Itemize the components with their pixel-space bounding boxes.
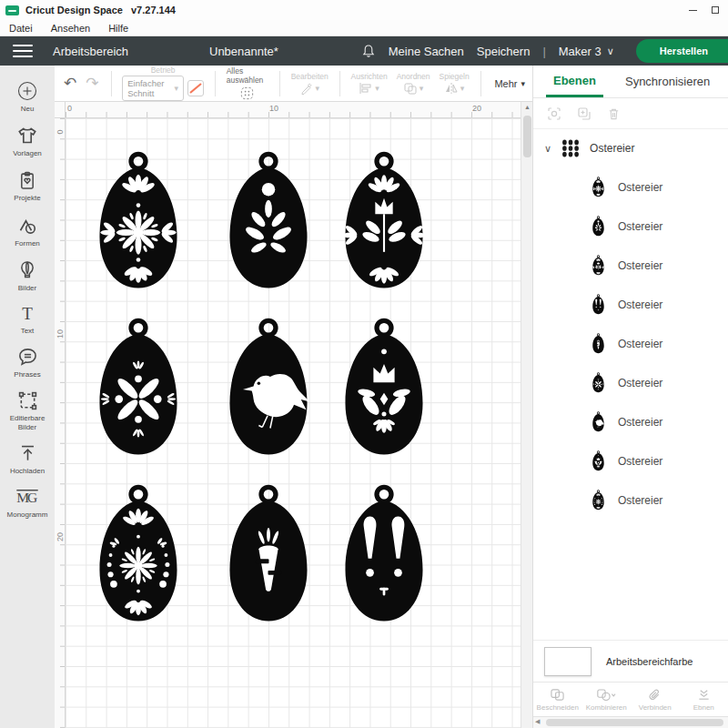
- edit-toolbar: ↶ ↷ Betrieb Einfacher Schnitt ▾ Alles au…: [55, 66, 532, 102]
- design-canvas[interactable]: 0 10 20 0 10 20 ▲: [55, 102, 532, 728]
- ruler-number: 20: [472, 104, 481, 113]
- operation-dropdown[interactable]: Einfacher Schnitt ▾: [122, 76, 184, 101]
- layer-group-row[interactable]: ∨ Ostereier: [533, 129, 728, 167]
- egg-bird[interactable]: [216, 315, 321, 460]
- ruler-number: 20: [56, 529, 65, 545]
- chevron-down-icon: ▾: [174, 84, 178, 93]
- machine-name: Maker 3: [559, 45, 602, 58]
- sidebar-item-formen[interactable]: Formen: [0, 215, 55, 248]
- workspace-color-swatch[interactable]: [544, 647, 592, 676]
- select-all-icon: [239, 86, 255, 101]
- sidebar-item-neu[interactable]: Neu: [0, 80, 55, 113]
- chevron-expand-icon[interactable]: ∨: [544, 143, 551, 155]
- save-button[interactable]: Speichern: [477, 45, 531, 58]
- my-stuff-button[interactable]: Meine Sachen: [389, 45, 464, 58]
- layer-row[interactable]: Ostereier: [533, 480, 728, 520]
- group-thumbnail: [561, 138, 581, 158]
- layer-row[interactable]: Ostereier: [533, 363, 728, 402]
- vertical-scrollbar[interactable]: ▲: [521, 102, 532, 728]
- layer-thumbnail: [591, 216, 606, 237]
- layer-row[interactable]: Ostereier: [533, 285, 728, 324]
- layer-thumbnail: [591, 411, 606, 432]
- minimize-icon[interactable]: [689, 10, 697, 11]
- monogram-icon: MG: [15, 487, 39, 508]
- sidebar-item-projekte[interactable]: Projekte: [0, 169, 55, 202]
- sidebar-item-phrases[interactable]: Phrases: [0, 347, 55, 379]
- egg-tulip-stem[interactable]: [331, 148, 437, 294]
- project-name[interactable]: Unbenannte*: [209, 45, 278, 58]
- select-all-block[interactable]: Alles auswählen: [222, 66, 273, 101]
- layer-row[interactable]: Ostereier: [533, 324, 728, 363]
- menu-datei[interactable]: Datei: [9, 23, 33, 34]
- ruler-number: 10: [56, 326, 65, 342]
- layer-thumbnail: [591, 255, 606, 276]
- sidebar-item-text[interactable]: T Text: [0, 304, 55, 335]
- egg-berry-sprig[interactable]: [216, 148, 321, 294]
- maximize-icon[interactable]: [712, 6, 719, 14]
- operation-label: Betrieb: [151, 66, 176, 75]
- layer-row[interactable]: Ostereier: [533, 402, 728, 441]
- edit-label: Bearbeiten: [291, 72, 329, 81]
- egg-carrot[interactable]: [216, 481, 321, 627]
- arrange-icon: [403, 82, 418, 95]
- sidebar-item-vorlagen[interactable]: Vorlagen: [0, 125, 55, 157]
- egg-petal-cross[interactable]: [86, 315, 191, 460]
- layer-thumbnail: [591, 177, 606, 197]
- select-all-label: Alles auswählen: [227, 66, 268, 85]
- menu-ansehen[interactable]: Ansehen: [51, 23, 90, 34]
- egg-dotted-daisy[interactable]: [86, 481, 191, 627]
- egg-bunny-face[interactable]: [331, 481, 437, 627]
- layer-row[interactable]: Ostereier: [533, 167, 728, 207]
- bell-icon[interactable]: [361, 44, 376, 58]
- hamburger-menu-icon[interactable]: [13, 45, 33, 57]
- pen-color-swatch[interactable]: [187, 80, 204, 96]
- undo-icon[interactable]: ↶: [64, 74, 76, 93]
- duplicate-icon[interactable]: [577, 106, 592, 121]
- make-it-button[interactable]: Herstellen: [636, 39, 728, 63]
- upload-icon: [17, 443, 38, 464]
- layer-row[interactable]: Ostereier: [533, 246, 728, 285]
- header-divider: |: [542, 45, 545, 58]
- left-sidebar: Neu Vorlagen Projekte Formen Bilder T Te…: [0, 66, 55, 728]
- egg-daisy-medallion[interactable]: [86, 148, 191, 294]
- vertical-ruler: 0 10 20: [55, 118, 66, 728]
- chevron-down-icon: ▾: [460, 84, 465, 93]
- trash-icon[interactable]: [607, 106, 621, 121]
- sidebar-item-hochladen[interactable]: Hochladen: [0, 443, 55, 475]
- flatten-button[interactable]: Ebnen: [680, 682, 728, 716]
- window-version: v7.27.144: [131, 5, 176, 15]
- scrollbar-thumb[interactable]: [546, 719, 723, 726]
- sidebar-item-monogramm[interactable]: MG Monogramm: [0, 487, 55, 519]
- pencil-icon: [299, 82, 313, 96]
- tab-synchronisieren[interactable]: Synchronisieren: [623, 66, 712, 97]
- scroll-left-icon[interactable]: ◀: [535, 718, 540, 725]
- layer-row[interactable]: Ostereier: [533, 441, 728, 480]
- mirror-block[interactable]: Spiegeln ▾: [435, 72, 474, 95]
- horizontal-scrollbar[interactable]: ◀: [533, 716, 728, 728]
- menu-hilfe[interactable]: Hilfe: [108, 23, 128, 34]
- select-layers-icon[interactable]: [547, 106, 561, 121]
- tshirt-icon: [16, 125, 38, 147]
- workspace-label[interactable]: Arbeitsbereich: [53, 45, 128, 58]
- align-block[interactable]: Ausrichten ▾: [347, 72, 392, 95]
- machine-selector[interactable]: Maker 3 ∨: [559, 45, 614, 58]
- ruler-number: 10: [269, 104, 278, 113]
- sidebar-item-editierbare-bilder[interactable]: Editierbare Bilder: [0, 390, 55, 430]
- text-icon: T: [22, 304, 33, 324]
- egg-tulip-burst[interactable]: [331, 315, 437, 460]
- scrollbar-thumb[interactable]: [523, 116, 531, 157]
- sidebar-item-bilder[interactable]: Bilder: [0, 259, 55, 292]
- cricut-logo-icon: [5, 5, 19, 15]
- operation-value: Einfacher Schnitt: [127, 78, 169, 98]
- menubar: Datei Ansehen Hilfe: [0, 20, 728, 36]
- layer-row[interactable]: Ostereier: [533, 207, 728, 246]
- edit-block[interactable]: Bearbeiten ▾: [287, 72, 333, 96]
- slice-button[interactable]: Beschneiden: [533, 682, 582, 716]
- attach-button[interactable]: Verbinden: [631, 682, 680, 716]
- more-button[interactable]: Mehr ▾: [487, 78, 532, 89]
- arrange-block[interactable]: Anordnen ▾: [392, 72, 435, 95]
- chevron-down-icon: ▾: [521, 79, 525, 88]
- tab-ebenen[interactable]: Ebenen: [546, 66, 603, 97]
- combine-button[interactable]: Kombinieren: [582, 682, 632, 716]
- redo-icon[interactable]: ↷: [86, 74, 98, 93]
